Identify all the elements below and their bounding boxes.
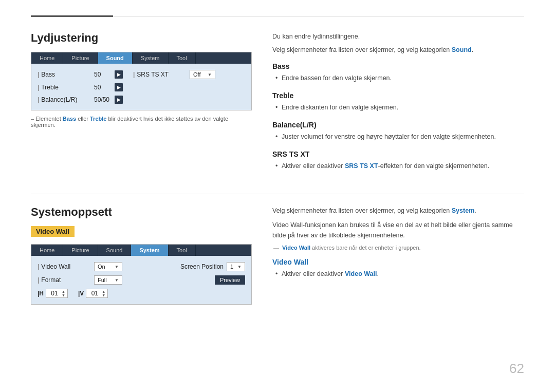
bass-bullet: Endre bassen for den valgte skjermen. <box>272 73 524 83</box>
tab-sound-sound[interactable]: Sound <box>98 52 133 64</box>
vw-bullet-link: Video Wall <box>345 270 377 277</box>
sound-right-col: Du kan endre lydinnstillingene. Velg skj… <box>272 31 524 179</box>
screen-pos-dropdown[interactable]: 1 <box>227 262 245 271</box>
panel-row-videowall: Video Wall On Screen Position 1 <box>38 260 245 273</box>
balance-bullet: Juster volumet for venstre og høyre høyt… <box>272 132 524 142</box>
system-note: — Video Wall aktiveres bare når det er e… <box>272 245 524 251</box>
note-treble-link: Treble <box>90 116 106 122</box>
treble-heading: Treble <box>272 91 524 100</box>
vw-row-label: Video Wall <box>38 263 94 270</box>
system-desc: Video Wall-funksjonen kan brukes til å v… <box>272 220 524 240</box>
tab-sound-sys[interactable]: Sound <box>98 245 132 256</box>
treble-value: 50 <box>94 84 115 91</box>
sound-intro-link: Sound <box>452 46 472 53</box>
system-title: Systemoppsett <box>31 206 252 219</box>
balance-heading: Balance(L/R) <box>272 121 524 129</box>
srs-section: SRS TS XT Aktiver eller deaktiver SRS TS… <box>272 150 524 171</box>
note-dash: — <box>273 245 279 251</box>
sound-panel-tabs: Home Picture Sound System Tool <box>31 52 251 64</box>
panel-row-bass: Bass 50 ▶ SRS TS XT Off <box>38 68 245 81</box>
srs-dropdown[interactable]: Off <box>190 70 215 79</box>
h-down-arrow[interactable]: ▼ <box>62 293 65 297</box>
system-right-col: Velg skjermenheter fra listen over skjer… <box>272 206 524 310</box>
v-spin-arrows: ▲ ▼ <box>102 290 105 297</box>
v-up-arrow[interactable]: ▲ <box>102 290 105 293</box>
tab-home-sound[interactable]: Home <box>31 52 63 64</box>
v-spinner[interactable]: 01 ▲ ▼ <box>86 289 108 298</box>
balance-label: Balance(L/R) <box>38 96 94 103</box>
sound-intro1: Du kan endre lydinnstillingene. <box>272 31 524 42</box>
treble-section: Treble Endre diskanten for den valgte sk… <box>272 91 524 113</box>
rule-thick <box>31 15 113 17</box>
srs-bullet: Aktiver eller deaktiver SRS TS XT-effekt… <box>272 161 524 171</box>
tab-system-sys[interactable]: System <box>131 245 168 256</box>
treble-arrow[interactable]: ▶ <box>115 83 123 91</box>
panel-row-hv: |H 01 ▲ ▼ |V 01 ▲ ▼ <box>38 287 245 300</box>
section-separator <box>31 194 524 194</box>
v-val: 01 <box>88 290 101 297</box>
tab-picture-sys[interactable]: Picture <box>63 245 98 256</box>
system-intro: Velg skjermenheter fra listen over skjer… <box>272 206 524 216</box>
tab-tool-sound[interactable]: Tool <box>169 52 196 64</box>
sound-left-col: Lydjustering Home Picture Sound System T… <box>31 31 252 179</box>
preview-button[interactable]: Preview <box>215 275 245 285</box>
h-val: 01 <box>48 290 61 297</box>
h-spinner[interactable]: 01 ▲ ▼ <box>46 289 68 298</box>
bass-value: 50 <box>94 71 115 78</box>
bass-label: Bass <box>38 71 94 78</box>
srs-heading: SRS TS XT <box>272 150 524 158</box>
tab-picture-sound[interactable]: Picture <box>63 52 98 64</box>
sound-note: Elementet Bass eller Treble blir deaktiv… <box>31 116 252 128</box>
vw-content-heading: Video Wall <box>272 258 524 266</box>
rule-thin <box>113 16 524 16</box>
system-intro-link: System <box>452 207 474 214</box>
panel-row-format: Format Full Preview <box>38 273 245 287</box>
sound-title: Lydjustering <box>31 31 252 45</box>
treble-bullet: Endre diskanten for den valgte skjermen. <box>272 102 524 113</box>
system-panel-tabs: Home Picture Sound System Tool <box>31 245 251 256</box>
format-dropdown[interactable]: Full <box>94 275 122 285</box>
bass-heading: Bass <box>272 62 524 70</box>
sound-panel-body: Bass 50 ▶ SRS TS XT Off Treble 50 ▶ Bala… <box>31 64 251 110</box>
system-note-text: Video Wall aktiveres bare når det er enh… <box>282 245 421 251</box>
bass-section: Bass Endre bassen for den valgte skjerme… <box>272 62 524 83</box>
vw-content-section: Video Wall Aktiver eller deaktiver Video… <box>272 258 524 279</box>
h-label: |H <box>38 290 44 297</box>
balance-arrow[interactable]: ▶ <box>115 96 123 104</box>
panel-row-treble: Treble 50 ▶ <box>38 81 245 94</box>
sys-desc-vw-link: Video Wall <box>272 221 303 229</box>
vw-bullet: Aktiver eller deaktiver Video Wall. <box>272 269 524 279</box>
treble-label: Treble <box>38 84 94 91</box>
tab-tool-sys[interactable]: Tool <box>169 245 196 256</box>
format-label: Format <box>38 276 94 284</box>
system-left-col: Systemoppsett Video Wall Home Picture So… <box>31 206 252 310</box>
video-wall-badge: Video Wall <box>31 226 75 237</box>
sys-note-vw-link: Video Wall <box>282 245 310 251</box>
system-panel: Home Picture Sound System Tool Video Wal… <box>31 244 252 305</box>
h-spin-arrows: ▲ ▼ <box>62 290 65 297</box>
page-number: 62 <box>509 361 524 377</box>
srs-link: SRS TS XT <box>345 162 378 170</box>
vw-dropdown[interactable]: On <box>94 262 122 271</box>
sound-panel: Home Picture Sound System Tool Bass 50 ▶… <box>31 52 252 110</box>
v-label: |V <box>78 290 84 297</box>
screen-pos-label: Screen Position <box>180 263 224 270</box>
v-down-arrow[interactable]: ▼ <box>102 293 105 297</box>
balance-section: Balance(L/R) Juster volumet for venstre … <box>272 121 524 142</box>
top-rule <box>31 15 524 17</box>
note-bass-link: Bass <box>63 116 76 122</box>
tab-home-sys[interactable]: Home <box>31 245 63 256</box>
system-section-layout: Systemoppsett Video Wall Home Picture So… <box>31 206 524 310</box>
h-up-arrow[interactable]: ▲ <box>62 290 65 293</box>
bass-arrow[interactable]: ▶ <box>115 70 123 79</box>
srs-label: SRS TS XT <box>133 71 190 78</box>
tab-system-sound[interactable]: System <box>133 52 169 64</box>
sound-intro2: Velg skjermenheter fra listen over skjer… <box>272 45 524 55</box>
system-panel-body: Video Wall On Screen Position 1 Format F… <box>31 256 251 304</box>
balance-value: 50/50 <box>94 96 115 103</box>
panel-row-balance: Balance(L/R) 50/50 ▶ <box>38 94 245 106</box>
sound-section-layout: Lydjustering Home Picture Sound System T… <box>31 31 524 179</box>
